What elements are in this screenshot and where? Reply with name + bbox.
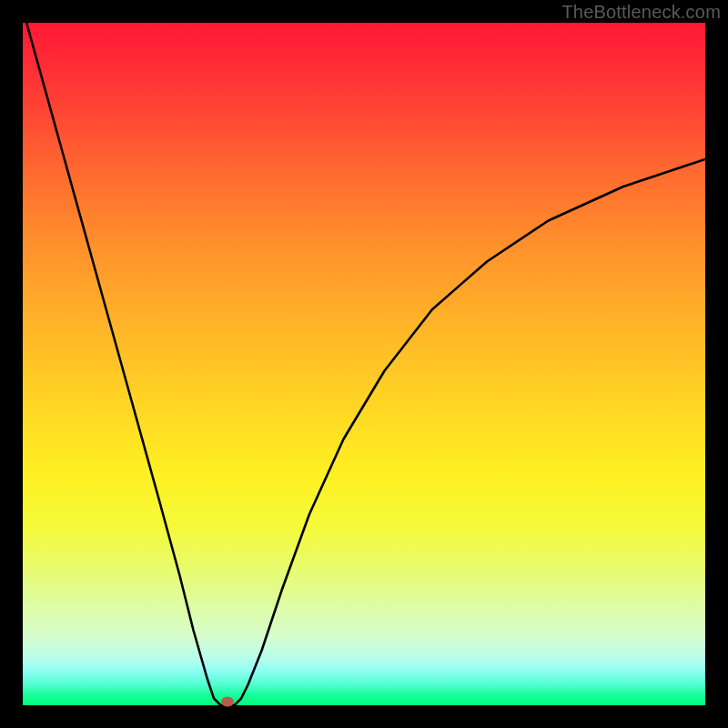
chart-frame: TheBottleneck.com [0, 0, 728, 728]
optimum-marker [221, 697, 234, 707]
attribution-label: TheBottleneck.com [561, 2, 721, 23]
plot-area [23, 23, 705, 705]
curve-svg [23, 23, 705, 705]
bottleneck-curve [23, 23, 705, 705]
